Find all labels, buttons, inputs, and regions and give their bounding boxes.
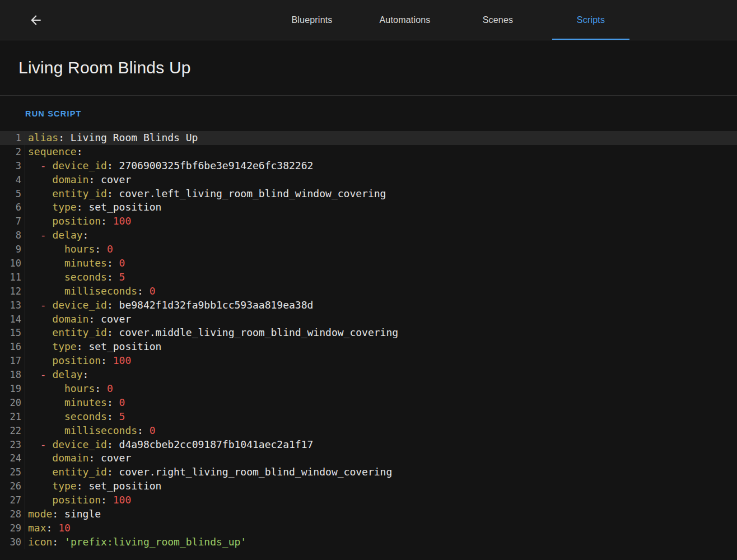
line-number: 30 xyxy=(0,535,25,549)
code-line-28[interactable]: 28mode: single xyxy=(0,507,737,521)
code-line-25[interactable]: 25 entity_id: cover.right_living_room_bl… xyxy=(0,465,737,479)
line-number: 3 xyxy=(0,159,25,173)
line-number: 15 xyxy=(0,326,25,340)
code-line-10[interactable]: 10 minutes: 0 xyxy=(0,256,737,270)
app-header: Blueprints Automations Scenes Scripts xyxy=(0,0,737,40)
copy-to-clipboard-button[interactable]: COPY TO CLIPBOARD xyxy=(21,555,128,560)
code-line-16[interactable]: 16 type: set_position xyxy=(0,340,737,354)
code-text: - device_id: be9842f1d32fa9bb1cc593aa819… xyxy=(25,298,737,312)
code-line-29[interactable]: 29max: 10 xyxy=(0,521,737,535)
code-line-20[interactable]: 20 minutes: 0 xyxy=(0,396,737,410)
line-number: 27 xyxy=(0,493,25,507)
tab-automations[interactable]: Automations xyxy=(358,0,451,40)
line-number: 22 xyxy=(0,424,25,438)
code-line-23[interactable]: 23 - device_id: d4a98cbeb2cc09187fb1041a… xyxy=(0,438,737,452)
code-text: - device_id: d4a98cbeb2cc09187fb1041aec2… xyxy=(25,438,737,452)
line-number: 10 xyxy=(0,256,25,270)
line-number: 7 xyxy=(0,214,25,228)
code-text: mode: single xyxy=(25,507,737,521)
code-text: domain: cover xyxy=(25,173,737,187)
script-toolbar: RUN SCRIPT xyxy=(0,96,737,131)
code-line-4[interactable]: 4 domain: cover xyxy=(0,173,737,187)
code-line-18[interactable]: 18 - delay: xyxy=(0,368,737,382)
line-number: 29 xyxy=(0,521,25,535)
code-line-9[interactable]: 9 hours: 0 xyxy=(0,242,737,256)
line-number: 20 xyxy=(0,396,25,410)
code-text: - device_id: 2706900325fbf6be3e9142e6fc3… xyxy=(25,159,737,173)
line-number: 6 xyxy=(0,200,25,214)
code-text: position: 100 xyxy=(25,493,737,507)
app-root: Blueprints Automations Scenes Scripts Li… xyxy=(0,0,737,560)
code-line-14[interactable]: 14 domain: cover xyxy=(0,312,737,326)
code-text: position: 100 xyxy=(25,354,737,368)
code-line-30[interactable]: 30icon: 'prefix:living_room_blinds_up' xyxy=(0,535,737,549)
line-number: 26 xyxy=(0,479,25,493)
code-line-24[interactable]: 24 domain: cover xyxy=(0,451,737,465)
code-text: type: set_position xyxy=(25,340,737,354)
line-number: 13 xyxy=(0,298,25,312)
code-line-27[interactable]: 27 position: 100 xyxy=(0,493,737,507)
code-text: minutes: 0 xyxy=(25,396,737,410)
code-text: domain: cover xyxy=(25,312,737,326)
tab-bar: Blueprints Automations Scenes Scripts xyxy=(265,0,637,40)
code-line-8[interactable]: 8 - delay: xyxy=(0,228,737,242)
arrow-left-icon xyxy=(29,13,43,27)
code-line-11[interactable]: 11 seconds: 5 xyxy=(0,270,737,284)
code-text: alias: Living Room Blinds Up xyxy=(25,131,737,145)
line-number: 28 xyxy=(0,507,25,521)
code-text: entity_id: cover.middle_living_room_blin… xyxy=(25,326,737,340)
code-text: entity_id: cover.right_living_room_blind… xyxy=(25,465,737,479)
code-text: position: 100 xyxy=(25,214,737,228)
code-line-21[interactable]: 21 seconds: 5 xyxy=(0,410,737,424)
code-line-22[interactable]: 22 milliseconds: 0 xyxy=(0,424,737,438)
code-text: hours: 0 xyxy=(25,382,737,396)
code-text: - delay: xyxy=(25,228,737,242)
back-button[interactable] xyxy=(22,7,49,34)
line-number: 5 xyxy=(0,187,25,201)
code-text: sequence: xyxy=(25,145,737,159)
code-line-6[interactable]: 6 type: set_position xyxy=(0,200,737,214)
tab-scenes[interactable]: Scenes xyxy=(451,0,544,40)
line-number: 16 xyxy=(0,340,25,354)
line-number: 21 xyxy=(0,410,25,424)
line-number: 2 xyxy=(0,145,25,159)
code-line-12[interactable]: 12 milliseconds: 0 xyxy=(0,284,737,298)
line-number: 8 xyxy=(0,228,25,242)
code-line-3[interactable]: 3 - device_id: 2706900325fbf6be3e9142e6f… xyxy=(0,159,737,173)
code-text: type: set_position xyxy=(25,479,737,493)
line-number: 12 xyxy=(0,284,25,298)
code-text: minutes: 0 xyxy=(25,256,737,270)
line-number: 11 xyxy=(0,270,25,284)
code-line-7[interactable]: 7 position: 100 xyxy=(0,214,737,228)
code-line-1[interactable]: 1alias: Living Room Blinds Up xyxy=(0,131,737,145)
code-text: - delay: xyxy=(25,368,737,382)
line-number: 9 xyxy=(0,242,25,256)
yaml-editor[interactable]: 1alias: Living Room Blinds Up2sequence:3… xyxy=(0,131,737,549)
run-script-button[interactable]: RUN SCRIPT xyxy=(21,105,86,123)
line-number: 17 xyxy=(0,354,25,368)
title-row: Living Room Blinds Up xyxy=(0,40,737,96)
code-text: entity_id: cover.left_living_room_blind_… xyxy=(25,187,737,201)
line-number: 1 xyxy=(0,131,25,145)
line-number: 4 xyxy=(0,173,25,187)
code-text: seconds: 5 xyxy=(25,410,737,424)
code-line-26[interactable]: 26 type: set_position xyxy=(0,479,737,493)
code-text: domain: cover xyxy=(25,451,737,465)
code-text: seconds: 5 xyxy=(25,270,737,284)
code-line-13[interactable]: 13 - device_id: be9842f1d32fa9bb1cc593aa… xyxy=(0,298,737,312)
line-number: 14 xyxy=(0,312,25,326)
tab-scripts[interactable]: Scripts xyxy=(544,0,637,40)
code-line-2[interactable]: 2sequence: xyxy=(0,145,737,159)
line-number: 24 xyxy=(0,451,25,465)
code-text: milliseconds: 0 xyxy=(25,424,737,438)
code-text: max: 10 xyxy=(25,521,737,535)
page-title: Living Room Blinds Up xyxy=(18,58,191,77)
code-line-5[interactable]: 5 entity_id: cover.left_living_room_blin… xyxy=(0,187,737,201)
code-text: type: set_position xyxy=(25,200,737,214)
code-line-15[interactable]: 15 entity_id: cover.middle_living_room_b… xyxy=(0,326,737,340)
code-line-17[interactable]: 17 position: 100 xyxy=(0,354,737,368)
tab-blueprints[interactable]: Blueprints xyxy=(265,0,358,40)
line-number: 23 xyxy=(0,438,25,452)
code-line-19[interactable]: 19 hours: 0 xyxy=(0,382,737,396)
code-text: icon: 'prefix:living_room_blinds_up' xyxy=(25,535,737,549)
